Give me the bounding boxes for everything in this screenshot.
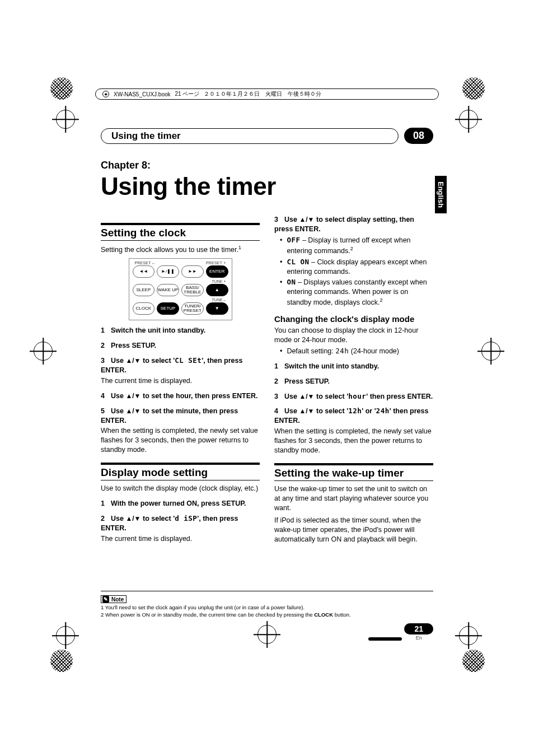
sheet-file: XW-NAS5_CUXJ.book: [114, 91, 171, 97]
disp-step-2-mid: to select ': [141, 515, 175, 522]
page-number: 21: [404, 623, 433, 634]
page-number-trail: [368, 637, 402, 641]
remote-basstreble-button: BASS/ TREBLE: [181, 284, 204, 296]
arrows-icon: ▲/▼: [125, 357, 140, 365]
cmode-step-4-seg1: 12h: [348, 407, 362, 415]
registration-mark-icon: [257, 625, 277, 644]
remote-playpause-button: ►/❚❚: [157, 265, 179, 278]
remote-clock-button: CLOCK: [133, 302, 155, 315]
section-title: Using the timer: [111, 130, 181, 142]
remote-diagram: PRESET –PRESET + ◄◄ ►/❚❚ ►► ENTER TUNE +…: [129, 258, 232, 320]
wakeup-p1: Use the wake-up timer to set the unit to…: [274, 484, 433, 514]
arrows-icon: ▲/▼: [299, 216, 314, 223]
registration-mark-icon: [481, 342, 500, 361]
section-title-pill: Using the timer: [101, 128, 399, 144]
heading-display-mode: Display mode setting: [101, 463, 260, 480]
cmode-step-3-seg: hour: [348, 392, 366, 400]
remote-tunerpreset-button: TUNER/ PRESET: [181, 302, 204, 315]
disp-step-3: 3Use ▲/▼ to select display setting, then…: [274, 215, 433, 234]
note-heading: ✎ Note: [101, 595, 127, 603]
intro-text-body: Setting the clock allows you to use the …: [101, 246, 238, 254]
sheet-header: ✦ XW-NAS5_CUXJ.book 21 ページ ２０１０年１月２６日 火曜…: [95, 88, 439, 100]
registration-mark-icon: [459, 110, 478, 129]
heading-wakeup-timer: Setting the wake-up timer: [274, 463, 433, 481]
bullet-on: ON – Displays values constantly except w…: [280, 278, 433, 307]
bullet-off-seg: OFF: [287, 236, 300, 244]
cmode-step-4-mid2: ' or ': [362, 407, 376, 415]
arrows-icon: ▲/▼: [125, 407, 140, 415]
heading-setting-clock: Setting the clock: [101, 223, 260, 241]
remote-next-button: ►►: [181, 265, 204, 278]
step-4-lead: Use: [111, 392, 125, 400]
wakeup-p2: If iPod is selected as the timer sound, …: [274, 516, 433, 545]
note-1: 1 You'll need to set the clock again if …: [101, 604, 433, 611]
arrows-icon: ▲/▼: [125, 515, 140, 522]
step-5-after: When the setting is completed, the newly…: [101, 426, 260, 455]
step-3-mid: to select ': [141, 357, 175, 365]
step-5-lead: Use: [111, 407, 125, 415]
change-clock-intro: You can choose to display the clock in 1…: [274, 326, 433, 345]
registration-mark-icon: [56, 626, 75, 645]
section-header: Using the timer 08: [101, 128, 433, 144]
bullet-clon-seg: CL ON: [287, 258, 309, 266]
step-2-text: Press SETUP.: [111, 342, 156, 349]
arrows-icon: ▲/▼: [299, 393, 314, 400]
cmode-step-4-seg2: 24h: [376, 407, 390, 415]
bullet-default: Default setting: 24h (24-hour mode): [280, 347, 433, 356]
cmode-step-3-lead: Use: [284, 393, 299, 400]
sheet-date: ２０１０年１月２６日 火曜日 午後５時０分: [204, 90, 321, 98]
note-2: 2 When power is ON or in standby mode, t…: [101, 612, 433, 618]
display-mode-intro: Use to switch the display mode (clock di…: [101, 484, 260, 493]
page-number-badge: 21 En: [404, 623, 433, 641]
note-label: Note: [111, 596, 124, 603]
registration-mark-icon: [34, 342, 53, 361]
disp-step-2-seg: d iSP: [175, 514, 197, 522]
bullet-on-seg: ON: [287, 278, 296, 286]
note-icon: ✎: [102, 596, 109, 603]
cmode-step-4-lead: Use: [284, 407, 299, 415]
remote-enter-button: ENTER: [206, 265, 228, 278]
page-content: English Using the timer 08 Chapter 8: Us…: [101, 128, 433, 622]
sheet-page: 21 ページ: [175, 90, 200, 98]
print-pattern-icon: [50, 77, 73, 100]
remote-wakeup-button: WAKE UP: [157, 284, 179, 296]
page-lang: En: [404, 635, 433, 641]
step-1-text: Switch the unit into standby.: [111, 326, 205, 334]
default-seg: 24h: [335, 347, 349, 355]
intro-text: Setting the clock allows you to use the …: [101, 244, 260, 255]
step-5: 5Use ▲/▼ to set the minute, then press E…: [101, 407, 260, 426]
registration-mark-icon: [56, 110, 75, 129]
print-pattern-icon: [462, 77, 485, 100]
cmode-step-2-text: Press SETUP.: [284, 377, 330, 385]
bullet-off-text: – Display is turned off except when ente…: [287, 236, 410, 255]
cmode-step-4: 4Use ▲/▼ to select '12h' or '24h' then p…: [274, 407, 433, 426]
step-2: 2Press SETUP.: [101, 341, 260, 351]
heading-change-clock-mode: Changing the clock's display mode: [274, 314, 433, 324]
remote-prev-button: ◄◄: [133, 265, 155, 278]
chapter-title: Using the timer: [101, 172, 433, 200]
preset-minus-label: PRESET –: [135, 261, 154, 265]
section-number: 08: [404, 128, 433, 144]
cmode-step-3: 3Use ▲/▼ to select 'hour' then press ENT…: [274, 392, 433, 402]
default-tail: (24-hour mode): [349, 347, 399, 355]
print-pattern-icon: [50, 650, 73, 672]
note-2-tail: button.: [333, 612, 351, 618]
footnote-ref-2b: 2: [380, 297, 382, 303]
remote-setup-button: SETUP: [157, 302, 179, 315]
cmode-step-1: 1Switch the unit into standby.: [274, 362, 433, 371]
note-2-lead: 2 When power is ON or in standby mode, t…: [101, 612, 314, 618]
note-2-clock: CLOCK: [314, 612, 333, 618]
tune-plus-label: TUNE +: [212, 279, 226, 283]
disp-step-1: 1With the power turned ON, press SETUP.: [101, 499, 260, 508]
disp-step-2: 2Use ▲/▼ to select 'd iSP', then press E…: [101, 514, 260, 533]
cmode-step-3-mid: to select ': [315, 393, 349, 400]
step-3-lead: Use: [111, 357, 125, 365]
registration-mark-icon: [459, 626, 478, 645]
disp-step-1-text: With the power turned ON, press SETUP.: [111, 500, 246, 507]
bullet-on-text: – Displays values constantly except when…: [287, 278, 427, 306]
disp-step-2-after: The current time is displayed.: [101, 534, 260, 544]
language-tab: English: [435, 176, 447, 213]
cmode-step-3-tail: ' then press ENTER.: [366, 393, 433, 400]
step-3-after: The current time is displayed.: [101, 376, 260, 386]
step-3-seg: CL SEt: [175, 356, 202, 365]
